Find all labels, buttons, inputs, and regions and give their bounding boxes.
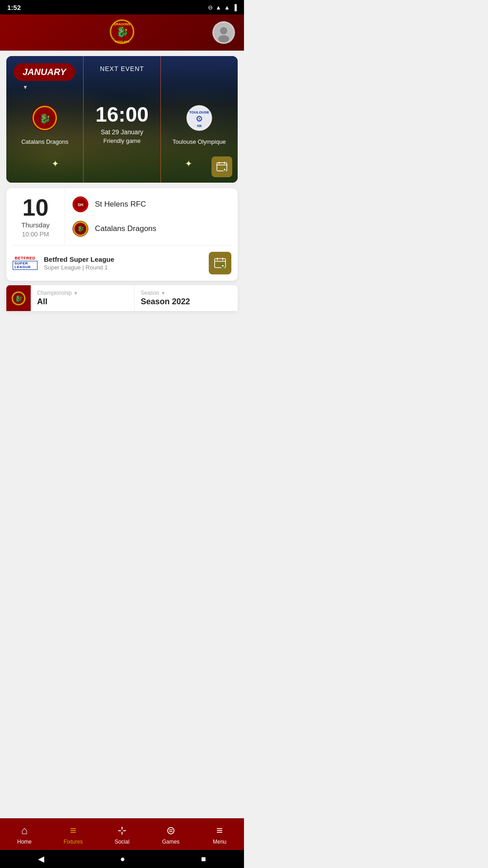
svg-point-7: [218, 35, 229, 42]
svg-text:CATALANS: CATALANS: [115, 40, 129, 43]
league-info: Betfred Super League Super League | Roun…: [44, 255, 202, 271]
betfred-league-logo: BETFRED SUPER LEAGUE: [13, 255, 38, 272]
away-team-name: Catalans Dragons: [95, 224, 156, 233]
season-filter-value: Season 2022: [141, 297, 232, 307]
user-avatar[interactable]: [212, 21, 235, 44]
next-event-section: ✦ ✦ JANUARY ▼ NEXT EVENT 🐉 Catalans Drag…: [6, 56, 238, 183]
season-filter[interactable]: Season ▼ Season 2022: [135, 285, 238, 311]
svg-text:SH: SH: [78, 203, 84, 207]
event-type: Friendly game: [103, 137, 141, 144]
event-center: 16:00 Sat 29 January Friendly game: [83, 56, 160, 183]
match-day-number: 10: [23, 196, 49, 219]
event-time: 16:00: [95, 104, 149, 125]
add-to-calendar-button[interactable]: [211, 156, 232, 177]
match-time: 10:00 PM: [22, 231, 49, 238]
championship-filter[interactable]: Championship ▼ All: [31, 285, 135, 311]
home-team-name: St Helens RFC: [95, 200, 146, 209]
catalans-badge: 🐉: [71, 220, 89, 238]
svg-point-6: [220, 27, 227, 34]
svg-text:TOULOUSE: TOULOUSE: [189, 110, 210, 114]
svg-text:🐉: 🐉: [15, 294, 23, 302]
st-helens-badge: SH: [71, 195, 89, 213]
status-bar: 1:52 ⊖ ▲ ▲ ▐: [0, 0, 244, 14]
filter-bar: 🐉 Championship ▼ All Season ▼ Season 202…: [6, 285, 238, 311]
season-dropdown-arrow: ▼: [161, 291, 165, 296]
match-date-column: 10 Thursday 10:00 PM: [6, 188, 65, 245]
championship-dropdown-arrow: ▼: [74, 291, 78, 296]
header-logo[interactable]: 🐉 DRAGONS CATALANS: [108, 18, 136, 47]
svg-text:🐉: 🐉: [39, 113, 51, 124]
svg-text:XIII: XIII: [197, 124, 202, 127]
away-team-row: 🐉 Catalans Dragons: [71, 220, 231, 238]
match-card: 10 Thursday 10:00 PM SH St Helens RFC: [6, 188, 238, 281]
season-filter-label: Season: [141, 290, 160, 296]
svg-text:⚙: ⚙: [196, 114, 203, 123]
match-teams-column: SH St Helens RFC 🐉 Catalans Dragons: [65, 188, 238, 245]
championship-filter-value: All: [37, 297, 128, 307]
status-icons: ⊖ ▲ ▲ ▐: [208, 4, 237, 11]
away-team-name: Toulouse Olympique: [173, 138, 226, 146]
league-name: Betfred Super League: [44, 255, 202, 263]
match-card-top: 10 Thursday 10:00 PM SH St Helens RFC: [6, 188, 238, 245]
do-not-disturb-icon: ⊖: [208, 4, 213, 11]
top-header: 🐉 DRAGONS CATALANS: [0, 14, 244, 51]
home-team-logo: 🐉: [29, 102, 61, 134]
filter-selects: Championship ▼ All Season ▼ Season 2022: [31, 285, 238, 311]
svg-text:🐉: 🐉: [77, 225, 84, 232]
event-date: Sat 29 January: [101, 128, 143, 136]
svg-text:🐉: 🐉: [116, 26, 129, 38]
match-day-name: Thursday: [21, 221, 50, 229]
match-add-to-calendar-button[interactable]: [209, 252, 231, 274]
match-league-row: BETFRED SUPER LEAGUE Betfred Super Leagu…: [6, 245, 238, 281]
championship-filter-label: Championship: [37, 290, 72, 296]
wifi-icon: ▲: [216, 4, 221, 11]
status-time: 1:52: [7, 4, 21, 11]
home-team-section: 🐉 Catalans Dragons: [6, 56, 83, 183]
battery-icon: ▐: [233, 4, 237, 11]
home-team-row: SH St Helens RFC: [71, 195, 231, 213]
home-team-name: Catalans Dragons: [21, 138, 68, 146]
away-team-logo: TOULOUSE ⚙ XIII: [183, 102, 215, 134]
svg-text:DRAGONS: DRAGONS: [114, 23, 130, 26]
filter-dragon-logo: 🐉: [6, 285, 31, 311]
signal-icon: ▲: [224, 4, 230, 11]
league-round: Super League | Round 1: [44, 264, 202, 271]
